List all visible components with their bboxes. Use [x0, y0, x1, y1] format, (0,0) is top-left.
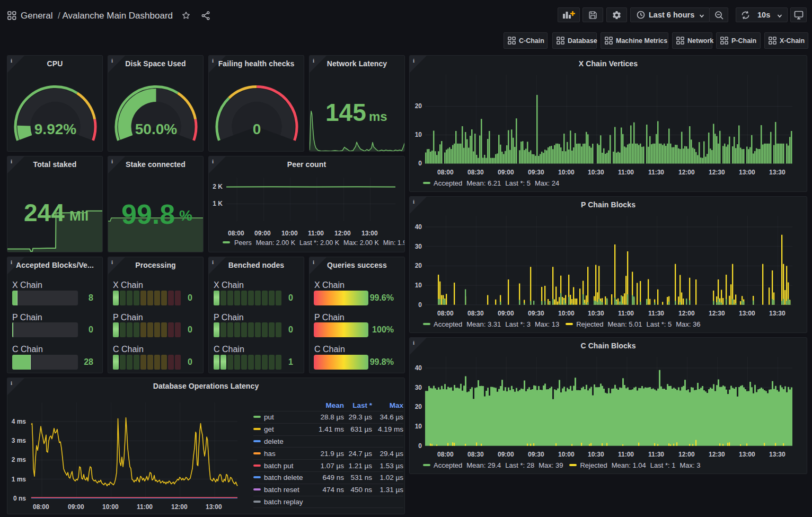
svg-text:244: 244 [24, 199, 65, 226]
svg-text:9.92%: 9.92% [34, 121, 76, 137]
svg-text:Mil: Mil [69, 208, 89, 224]
svg-text:50.0%: 50.0% [135, 121, 177, 137]
svg-text:%: % [179, 207, 192, 224]
svg-text:0: 0 [253, 121, 261, 137]
svg-text:99.8: 99.8 [121, 199, 175, 230]
svg-text:145: 145 [325, 99, 366, 126]
svg-text:ms: ms [369, 109, 387, 124]
